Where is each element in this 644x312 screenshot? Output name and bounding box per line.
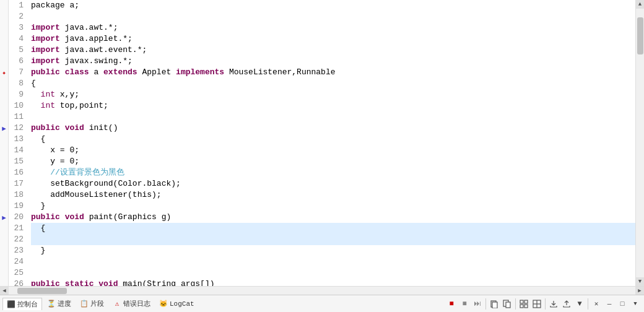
- sep3: [545, 298, 546, 310]
- scroll-up-arrow[interactable]: ▲: [636, 0, 645, 9]
- line-number-7: 7: [9, 67, 24, 78]
- code-line-20: public void paint(Graphics g): [31, 212, 635, 223]
- line-number-10: 10: [9, 100, 24, 111]
- code-line-5: import java.awt.event.*;: [31, 45, 635, 56]
- marker-cell-23: [0, 245, 8, 256]
- line-number-1: 1: [9, 0, 24, 11]
- marker-cell-10: [0, 100, 8, 111]
- code-line-23: }: [31, 245, 635, 256]
- line-number-19: 19: [9, 201, 24, 212]
- marker-cell-2: [0, 11, 8, 22]
- marker-cell-17: [0, 178, 8, 189]
- line-number-25: 25: [9, 267, 24, 279]
- code-line-3: import java.awt.*;: [31, 22, 635, 33]
- code-content[interactable]: package a; import java.awt.*;import java…: [27, 0, 635, 286]
- code-line-2: [31, 11, 635, 22]
- left-markers: ✦▶▶: [0, 0, 9, 286]
- tab-progress[interactable]: ⏳ 进度: [43, 298, 75, 310]
- code-line-24: [31, 256, 635, 267]
- settings-button[interactable]: ▼: [573, 298, 586, 310]
- code-line-13: {: [31, 134, 635, 145]
- scroll-left-arrow[interactable]: ◀: [0, 287, 9, 295]
- code-line-18: addMouseListener(this);: [31, 189, 635, 201]
- scroll-down-arrow[interactable]: ▼: [636, 277, 645, 286]
- tab-progress-label: 进度: [58, 299, 71, 308]
- marker-cell-5: [0, 45, 8, 56]
- view2-icon: [533, 300, 541, 308]
- line-number-15: 15: [9, 156, 24, 167]
- sep1: [485, 298, 486, 310]
- bottom-bar: ⬛ 控制台 ⏳ 进度 📋 片段 ⚠ 错误日志 🐱 LogCat ■ ■ ⏭: [0, 295, 644, 312]
- line-number-12: 12: [9, 123, 24, 134]
- maximize-button[interactable]: □: [616, 298, 629, 310]
- tab-console[interactable]: ⬛ 控制台: [2, 298, 42, 310]
- scroll-thumb[interactable]: [637, 17, 643, 54]
- marker-cell-3: [0, 22, 8, 33]
- tab-error-label: 错误日志: [123, 299, 150, 308]
- close-button[interactable]: ✕: [590, 298, 603, 310]
- logcat-icon: 🐱: [159, 300, 168, 308]
- code-line-22: [31, 234, 635, 245]
- marker-cell-12: ▶: [0, 123, 8, 134]
- sep2: [515, 298, 516, 310]
- scroll-right-arrow[interactable]: ▶: [635, 287, 644, 295]
- copy2-button[interactable]: [501, 298, 513, 310]
- line-number-14: 14: [9, 145, 24, 156]
- tab-logcat[interactable]: 🐱 LogCat: [155, 298, 198, 310]
- line-number-6: 6: [9, 56, 24, 67]
- tab-console-label: 控制台: [17, 300, 38, 309]
- skip-button[interactable]: ⏭: [471, 298, 484, 310]
- export-button[interactable]: [547, 298, 560, 310]
- line-number-17: 17: [9, 178, 24, 189]
- marker-cell-1: [0, 0, 8, 11]
- copy1-icon: [490, 300, 498, 308]
- tab-snippet-label: 片段: [90, 299, 104, 308]
- svg-rect-5: [524, 300, 528, 303]
- progress-icon: ⏳: [47, 300, 56, 308]
- svg-rect-6: [520, 305, 523, 308]
- line-number-9: 9: [9, 89, 24, 100]
- vertical-scrollbar[interactable]: ▲ ▼: [635, 0, 644, 286]
- marker-cell-18: [0, 189, 8, 201]
- svg-rect-4: [520, 300, 523, 303]
- tab-error-log[interactable]: ⚠ 错误日志: [109, 298, 154, 310]
- line-number-22: 22: [9, 234, 24, 245]
- dropdown-button[interactable]: ▼: [629, 298, 642, 310]
- marker-cell-13: [0, 134, 8, 145]
- import-button[interactable]: [560, 298, 573, 310]
- line-numbers: 1234567891011121314151617181920212223242…: [9, 0, 27, 286]
- line-number-16: 16: [9, 167, 24, 178]
- marker-cell-9: [0, 89, 8, 100]
- snippet-icon: 📋: [80, 300, 89, 308]
- code-line-14: x = 0;: [31, 145, 635, 156]
- svg-rect-7: [524, 305, 528, 308]
- code-line-16: //设置背景色为黑色: [31, 167, 635, 178]
- error-icon: ⚠: [113, 300, 121, 308]
- minimize-button[interactable]: —: [603, 298, 616, 310]
- marker-cell-14: [0, 145, 8, 156]
- marker-cell-11: [0, 111, 8, 123]
- code-line-15: y = 0;: [31, 156, 635, 167]
- line-number-3: 3: [9, 22, 24, 33]
- line-number-21: 21: [9, 223, 24, 234]
- view2-button[interactable]: [531, 298, 543, 310]
- marker-cell-19: [0, 201, 8, 212]
- view1-button[interactable]: [518, 298, 530, 310]
- h-scroll-thumb[interactable]: [17, 288, 67, 294]
- marker-cell-6: [0, 56, 8, 67]
- code-line-12: public void init(): [31, 123, 635, 134]
- copy2-icon: [503, 300, 511, 308]
- stop-grey-button[interactable]: ■: [458, 298, 471, 310]
- marker-cell-8: [0, 78, 8, 89]
- tab-snippet[interactable]: 📋 片段: [76, 298, 108, 310]
- line-number-23: 23: [9, 245, 24, 256]
- export-icon: [549, 300, 558, 308]
- code-line-7: public class a extends Applet implements…: [31, 67, 635, 78]
- marker-cell-4: [0, 33, 8, 45]
- line-number-8: 8: [9, 78, 24, 89]
- stop-red-button[interactable]: ■: [445, 298, 458, 310]
- copy1-button[interactable]: [488, 298, 500, 310]
- horizontal-scrollbar[interactable]: ◀ ▶: [0, 286, 644, 295]
- marker-cell-16: [0, 167, 8, 178]
- code-line-8: {: [31, 78, 635, 89]
